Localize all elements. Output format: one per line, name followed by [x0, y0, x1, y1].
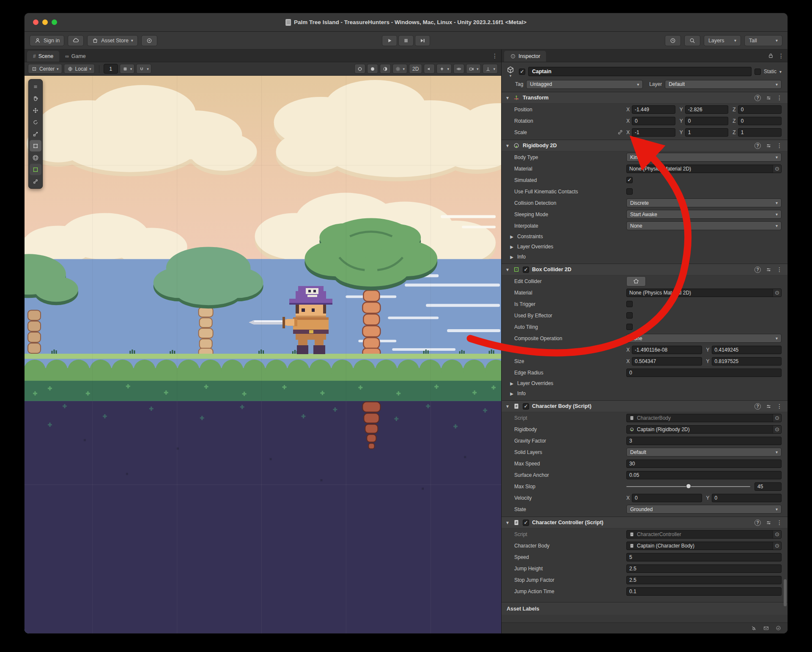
help-icon[interactable]: ? [754, 520, 761, 526]
position-z-field[interactable]: 0 [738, 105, 782, 114]
offset-y-field[interactable]: 0.4149245 [712, 346, 782, 354]
auto-tiling-checkbox[interactable] [626, 324, 633, 330]
gravity-factor-field[interactable]: 3 [626, 437, 782, 445]
scale-z-field[interactable]: 1 [738, 128, 782, 137]
shaded-mode-button[interactable] [367, 64, 378, 74]
scale-tool-button[interactable] [30, 128, 41, 140]
scale-y-field[interactable]: 1 [685, 128, 729, 137]
tab-scene[interactable]: # Scene [27, 51, 59, 62]
layout-dropdown[interactable]: Tall ▾ [744, 35, 782, 46]
constrain-proportions-icon[interactable] [617, 129, 623, 135]
presets-icon[interactable] [765, 143, 772, 149]
more-icon[interactable]: ⋮ [776, 142, 782, 149]
effects-dropdown[interactable]: ▾ [436, 64, 452, 74]
grid-visibility-dropdown[interactable]: ▾ [120, 64, 135, 74]
gameobject-icon-wrap[interactable]: ▾ [505, 66, 516, 77]
lock-icon[interactable] [768, 52, 774, 59]
bc-layer-overrides-foldout[interactable]: ▶Layer Overrides [502, 378, 787, 388]
gameobject-name-field[interactable]: Captain [528, 67, 752, 76]
character-controller-enabled-checkbox[interactable]: ✓ [523, 520, 529, 526]
minimize-window-button[interactable] [42, 19, 48, 25]
state-dropdown[interactable]: Grounded▾ [626, 505, 782, 514]
pause-button[interactable] [398, 35, 414, 46]
more-icon[interactable]: ⋮ [776, 94, 782, 101]
foldout-icon[interactable]: ▼ [505, 404, 510, 409]
jump-height-field[interactable]: 2.5 [626, 564, 782, 573]
asset-store-button[interactable]: Asset Store ▾ [87, 35, 138, 46]
help-icon[interactable]: ? [754, 95, 761, 101]
rect-tool-button[interactable] [30, 140, 41, 151]
static-flags-dropdown-icon[interactable]: ▾ [779, 69, 782, 74]
body-type-dropdown[interactable]: Kinematic▾ [626, 153, 782, 162]
rb-material-object-field[interactable]: None (Physics Material 2D)⊙ [626, 165, 782, 173]
presets-icon[interactable] [765, 403, 772, 410]
max-slop-slider[interactable] [626, 482, 750, 491]
rotation-y-field[interactable]: 0 [685, 117, 729, 125]
more-icon[interactable]: ⋮ [776, 266, 782, 273]
velocity-y-field[interactable]: 0 [712, 494, 782, 502]
jump-action-time-field[interactable]: 0.1 [626, 587, 782, 596]
boxcollider-enabled-checkbox[interactable]: ✓ [523, 267, 529, 273]
mail-icon[interactable] [763, 625, 769, 631]
move-tool-button[interactable] [30, 105, 41, 116]
rotation-x-field[interactable]: 0 [632, 117, 675, 125]
layer-dropdown[interactable]: Default▾ [665, 80, 782, 89]
character-body-enabled-checkbox[interactable]: ✓ [523, 403, 529, 410]
more-icon[interactable]: ⋮ [776, 519, 782, 526]
offset-x-field[interactable]: -1.490116e-08 [632, 346, 702, 354]
layers-dropdown[interactable]: Layers ▾ [704, 35, 741, 46]
snap-settings-dropdown[interactable]: ▾ [136, 64, 151, 74]
foldout-icon[interactable]: ▼ [505, 143, 510, 148]
collision-detection-dropdown[interactable]: Discrete▾ [626, 198, 782, 207]
asset-labels-section[interactable]: Asset Labels [502, 602, 787, 615]
wireframe-mode-button[interactable] [380, 64, 391, 74]
bc-info-foldout[interactable]: ▶Info [502, 388, 787, 399]
foldout-icon[interactable]: ▼ [505, 267, 510, 272]
rotate-tool-button[interactable] [30, 116, 41, 128]
camera-settings-dropdown[interactable]: ▾ [466, 64, 481, 74]
size-x-field[interactable]: 0.504347 [632, 357, 702, 366]
check-badge-icon[interactable] [775, 625, 782, 631]
joint-tool-button[interactable] [30, 176, 41, 187]
position-y-field[interactable]: -2.826 [685, 105, 729, 114]
object-picker-icon[interactable]: ⊙ [773, 542, 781, 550]
object-picker-icon[interactable]: ⊙ [773, 426, 781, 433]
scene-viewport[interactable] [25, 76, 501, 633]
velocity-x-field[interactable]: 0 [632, 494, 702, 502]
presets-icon[interactable] [765, 95, 772, 101]
zoom-window-button[interactable] [52, 19, 57, 25]
scene-tab-menu-icon[interactable]: ⋮ [492, 52, 498, 59]
bc-material-object-field[interactable]: None (Physics Material 2D)⊙ [626, 289, 782, 297]
view-tool-button[interactable] [30, 93, 41, 104]
plastic-scm-button[interactable] [141, 35, 157, 46]
audio-toggle-button[interactable] [424, 64, 435, 74]
close-window-button[interactable] [33, 19, 38, 25]
sign-in-button[interactable]: Sign in [30, 35, 64, 46]
foldout-icon[interactable]: ▼ [505, 520, 510, 525]
tag-dropdown[interactable]: Untagged▾ [526, 80, 643, 89]
transform-tool-button[interactable] [30, 152, 41, 163]
edge-radius-field[interactable]: 0 [626, 369, 782, 377]
character-controller-header[interactable]: ▼ ✓ Character Controller (Script) ?⋮ [502, 517, 787, 528]
scene-visibility-button[interactable] [453, 64, 464, 74]
play-button[interactable] [382, 35, 397, 46]
boxcollider2d-header[interactable]: ▼ ✓ Box Collider 2D ?⋮ [502, 264, 787, 275]
palette-drag-handle[interactable] [30, 81, 41, 92]
inspector-menu-icon[interactable]: ⋮ [778, 52, 784, 59]
tool-handle-pivot-dropdown[interactable]: Center ▾ [28, 64, 62, 74]
lighting-toggle-dropdown[interactable]: ▾ [392, 64, 408, 74]
rotation-z-field[interactable]: 0 [738, 117, 782, 125]
cb-script-object-field[interactable]: CharacterBody⊙ [626, 414, 782, 422]
cc-script-object-field[interactable]: CharacterController⊙ [626, 530, 782, 539]
position-x-field[interactable]: -1.449 [632, 105, 675, 114]
slider-knob[interactable] [686, 484, 691, 489]
used-by-effector-checkbox[interactable] [626, 312, 633, 319]
inspector-scrollbar-thumb[interactable] [784, 579, 787, 606]
collider-edit-tool-button[interactable] [30, 164, 41, 175]
tab-game[interactable]: ∞ Game [59, 51, 92, 62]
solid-layers-dropdown[interactable]: Default▾ [626, 448, 782, 457]
tab-inspector[interactable]: Inspector [504, 51, 546, 62]
cc-character-body-object-field[interactable]: Captain (Character Body)⊙ [626, 542, 782, 550]
foldout-icon[interactable]: ▼ [505, 96, 510, 100]
full-kinematic-checkbox[interactable] [626, 188, 633, 195]
